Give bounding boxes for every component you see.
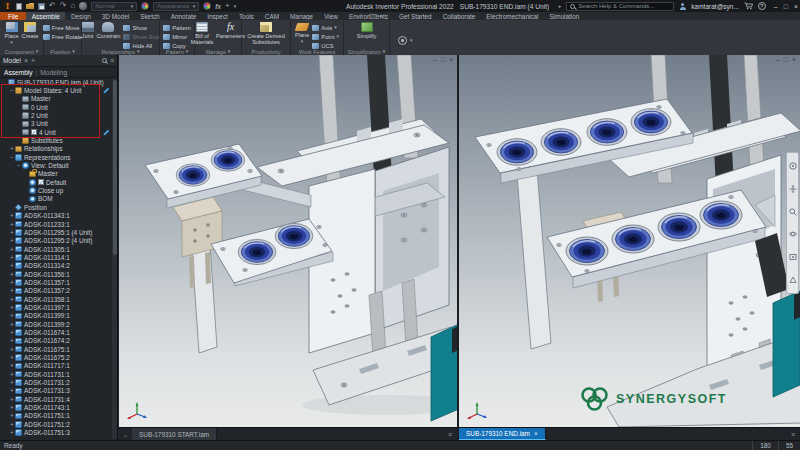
tree-row[interactable]: Master <box>0 170 112 178</box>
restore-button[interactable]: □ <box>784 3 788 10</box>
point-button[interactable]: Point ▾ <box>312 33 339 41</box>
joint-button[interactable]: Joint <box>82 22 94 39</box>
tree-row[interactable]: + ADSK-011751:3 <box>0 428 112 436</box>
new-file-icon[interactable] <box>16 3 22 10</box>
manage-group-label[interactable]: Manage▾ <box>195 48 241 55</box>
mirror-button[interactable]: Mirror <box>163 33 191 41</box>
browser-scrollbar[interactable] <box>112 78 117 439</box>
ribbon-tab[interactable]: Electromechanical <box>481 12 544 20</box>
constrain-button[interactable]: Constrain <box>97 22 121 39</box>
viewport-minimize-icon[interactable]: – <box>776 56 780 63</box>
tree-row[interactable]: Close up <box>0 186 112 194</box>
app-store-cart-icon[interactable] <box>744 2 753 10</box>
tree-row[interactable]: + ADSK-011314:1 <box>0 253 112 261</box>
close-button[interactable]: × <box>794 3 798 10</box>
plane-button[interactable]: Plane ▾ <box>295 22 309 44</box>
viewport-close-icon[interactable]: × <box>449 56 453 63</box>
tree-row[interactable]: + ADSK-011751:2 <box>0 420 112 428</box>
work-features-group-label[interactable]: Work Features <box>291 48 343 55</box>
ribbon-display-toggle[interactable]: ▾ <box>369 12 382 20</box>
simplify-button[interactable]: Simplify <box>357 22 377 39</box>
ribbon-tab[interactable]: Tools <box>233 12 259 20</box>
edit-pencil-icon[interactable] <box>103 87 110 94</box>
save-icon[interactable] <box>38 3 45 10</box>
free-rotate-button[interactable]: Free Rotate <box>43 33 83 41</box>
tree-row[interactable]: + ADSK-011674:2 <box>0 337 112 345</box>
material-dropdown[interactable]: Normal ▾ <box>91 2 137 11</box>
axis-button[interactable]: Axis ▾ <box>312 24 339 32</box>
tree-row[interactable]: + ADSK-011397:1 <box>0 303 112 311</box>
free-move-button[interactable]: Free Move <box>43 24 83 32</box>
tree-row[interactable]: + ADSK-011305:1 <box>0 245 112 253</box>
create-derived-substitutes-button[interactable]: Create Derived Substitutes <box>247 22 285 45</box>
component-group-label[interactable]: Component▾ <box>0 48 43 55</box>
document-tab-start[interactable]: SUB-179310 START.iam <box>132 428 217 440</box>
tree-row[interactable]: BOM <box>0 195 112 203</box>
ribbon-tab[interactable]: Sketch <box>135 12 166 20</box>
signed-in-user[interactable]: kamtarat@syn... <box>691 3 738 10</box>
ribbon-tab[interactable]: Design <box>65 12 96 20</box>
open-file-icon[interactable] <box>26 3 34 9</box>
home-icon[interactable]: ⌂ <box>70 2 75 10</box>
document-tab-end[interactable]: SUB-179310 END.iam × <box>459 428 546 440</box>
tab-overflow-menu-icon[interactable]: ≡ <box>786 428 800 440</box>
ribbon-tab[interactable]: File <box>0 12 26 20</box>
panel-close-icon[interactable]: × <box>24 57 28 64</box>
tab-list-chevron-icon[interactable]: ⌄ <box>119 428 132 440</box>
view-face-icon[interactable] <box>789 276 797 284</box>
tree-row[interactable]: 3 Unit <box>0 120 112 128</box>
tree-row[interactable]: + ADSK-011233:1 <box>0 220 112 228</box>
relationships-group-label[interactable]: Relationships▾ <box>82 48 159 55</box>
viewport-canvas-start[interactable] <box>119 55 457 427</box>
tree-row[interactable]: + ADSK-011356:1 <box>0 270 112 278</box>
tree-row[interactable]: + ADSK-011717:1 <box>0 362 112 370</box>
help-icon[interactable]: ? <box>758 2 766 10</box>
checkbox-checked-icon[interactable]: ✓ <box>38 179 44 185</box>
user-avatar-icon[interactable] <box>679 3 686 10</box>
ribbon-tab[interactable]: Environments <box>343 12 393 20</box>
tree-row[interactable]: Position <box>0 203 112 211</box>
pan-icon[interactable] <box>789 185 797 193</box>
viewport-minimize-icon[interactable]: – <box>433 56 437 63</box>
show-button[interactable]: Show <box>123 24 159 32</box>
tree-row[interactable]: + ADSK-011675:2 <box>0 353 112 361</box>
qat-add-icon[interactable]: + <box>225 2 230 10</box>
search-collapse-icon[interactable]: ▸ <box>559 4 562 9</box>
tree-row[interactable]: + ADSK-011731:1 <box>0 370 112 378</box>
edit-pencil-icon[interactable] <box>103 129 110 136</box>
pattern-button[interactable]: Pattern <box>163 24 191 32</box>
browser-menu-icon[interactable]: ≡ <box>110 57 114 64</box>
ribbon-tab[interactable]: CAM <box>259 12 284 20</box>
tree-row[interactable]: + ADSK-011357:2 <box>0 287 112 295</box>
parameters-button[interactable]: fx Parameters <box>216 22 245 39</box>
checkbox-checked-icon[interactable]: ✓ <box>31 129 37 135</box>
ribbon-tab[interactable]: Simulation <box>544 12 585 20</box>
tree-row[interactable]: Substitutes <box>0 136 112 144</box>
undo-icon[interactable]: ↶ <box>49 2 56 10</box>
viewport-canvas-end[interactable] <box>459 55 800 427</box>
viewport-close-icon[interactable]: × <box>792 56 796 63</box>
browser-search-icon[interactable] <box>102 58 107 63</box>
tree-row[interactable]: + ADSK-011743:1 <box>0 403 112 411</box>
tree-row[interactable]: Master <box>0 95 112 103</box>
place-button[interactable]: Place ▾ <box>5 22 19 45</box>
material-sphere-icon[interactable] <box>79 2 87 10</box>
tree-row[interactable]: + ADSK-011731:2 <box>0 378 112 386</box>
tree-row[interactable]: + ADSK-011295:2 (4 Unit) <box>0 237 112 245</box>
tree-row[interactable]: + ADSK-011358:1 <box>0 295 112 303</box>
tree-row[interactable]: + Relationships <box>0 145 112 153</box>
parameters-fx-icon[interactable]: fx <box>215 2 221 11</box>
ribbon-tab[interactable]: 3D Model <box>96 12 134 20</box>
qat-overflow-icon[interactable]: ▾ <box>234 4 237 9</box>
tab-overflow-menu-icon[interactable]: ≡ <box>443 428 457 440</box>
tree-row[interactable]: + ADSK-011751:1 <box>0 412 112 420</box>
tree-row[interactable]: + ADSK-011314:2 <box>0 262 112 270</box>
productivity-group-label[interactable]: Productivity <box>242 48 290 55</box>
tree-row[interactable]: + ADSK-011674:1 <box>0 328 112 336</box>
appearance-dropdown[interactable]: Appearance ▾ <box>153 2 199 11</box>
model-panel-tab[interactable]: Model <box>3 57 21 64</box>
create-button[interactable]: Create <box>22 22 39 39</box>
tree-row[interactable]: + ADSK-011399:2 <box>0 320 112 328</box>
target-tool-icon[interactable] <box>398 36 407 45</box>
minimize-button[interactable]: – <box>774 3 778 10</box>
